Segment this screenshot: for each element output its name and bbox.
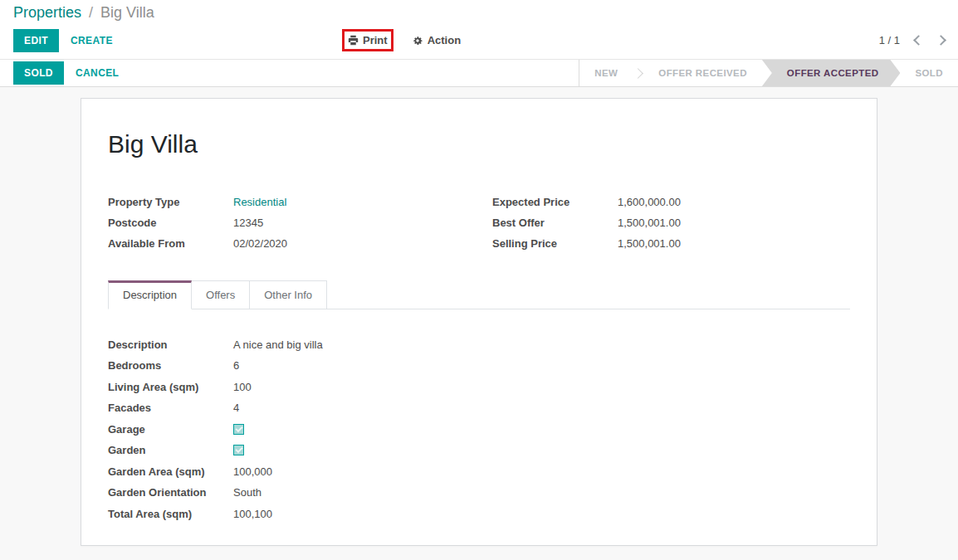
buttons-row: EDIT CREATE Print Action <box>0 22 958 59</box>
field-value: 02/02/2020 <box>233 237 287 250</box>
checkbox-checked[interactable] <box>233 445 244 455</box>
field-value: 100,100 <box>233 508 272 520</box>
field-value: 100 <box>233 381 252 393</box>
field-row: Facades4 <box>108 398 850 419</box>
field-column-left: Property TypeResidentialPostcode12345Ava… <box>108 192 479 254</box>
edit-button[interactable]: EDIT <box>13 29 59 52</box>
field-label: Description <box>108 338 233 351</box>
field-group-top: Property TypeResidentialPostcode12345Ava… <box>108 192 850 254</box>
field-row: Best Offer1,500,001.00 <box>492 212 850 232</box>
gear-icon <box>412 35 423 46</box>
field-row: Available From02/02/2020 <box>108 233 479 253</box>
breadcrumb-separator: / <box>86 4 96 21</box>
field-row: Garden Area (sqm)100,000 <box>108 461 850 482</box>
field-row: DescriptionA nice and big villa <box>108 334 850 355</box>
breadcrumb: Properties / Big Villa <box>0 0 958 22</box>
field-row: Expected Price1,600,000.00 <box>492 192 850 212</box>
breadcrumb-parent-link[interactable]: Properties <box>13 4 81 21</box>
sold-button[interactable]: SOLD <box>13 61 64 85</box>
pager-next-icon[interactable] <box>936 35 946 46</box>
field-label: Facades <box>108 402 233 414</box>
form-sheet: Big Villa Property TypeResidentialPostco… <box>81 98 877 546</box>
print-label: Print <box>363 34 388 46</box>
tab-description-pane: DescriptionA nice and big villaBedrooms6… <box>108 309 850 524</box>
field-row: Postcode12345 <box>108 212 479 232</box>
notebook-tabs: DescriptionOffersOther Info <box>108 280 850 309</box>
field-row: Living Area (sqm)100 <box>108 377 850 397</box>
action-label: Action <box>428 34 461 46</box>
field-label: Garden Orientation <box>108 486 233 499</box>
field-row: Selling Price1,500,001.00 <box>492 233 850 253</box>
field-label: Postcode <box>108 217 233 229</box>
field-row: Property TypeResidential <box>108 192 479 212</box>
field-value: 100,000 <box>233 465 272 478</box>
field-row: Garage <box>108 419 850 440</box>
pager-previous-icon[interactable] <box>913 35 924 46</box>
statusbar-stage-sold[interactable]: SOLD <box>900 60 958 86</box>
breadcrumb-current: Big Villa <box>100 4 154 21</box>
field-value: 12345 <box>233 217 263 229</box>
field-label: Total Area (sqm) <box>108 508 233 520</box>
print-button-wrapper: Print <box>342 29 393 51</box>
field-column-right: Expected Price1,600,000.00Best Offer1,50… <box>479 192 850 254</box>
field-label: Bedrooms <box>108 359 233 372</box>
field-value: A nice and big villa <box>233 338 323 351</box>
field-label: Property Type <box>108 196 233 208</box>
field-label: Garage <box>108 423 233 436</box>
field-value: 4 <box>233 402 239 414</box>
tab-other-info[interactable]: Other Info <box>250 280 327 309</box>
field-label: Expected Price <box>492 196 618 208</box>
control-panel: Properties / Big Villa EDIT CREATE Print <box>0 0 958 87</box>
pager: 1 / 1 <box>879 34 945 46</box>
action-button[interactable]: Action <box>412 34 461 46</box>
statusbar-stage-offer-accepted[interactable]: OFFER ACCEPTED <box>762 60 901 86</box>
action-menus: Print Action <box>342 22 461 59</box>
tab-description[interactable]: Description <box>108 280 192 309</box>
field-label: Selling Price <box>492 237 618 250</box>
field-value-link[interactable]: Residential <box>233 196 286 208</box>
field-label: Living Area (sqm) <box>108 381 233 393</box>
field-value: 1,600,000.00 <box>618 196 681 208</box>
cancel-button[interactable]: CANCEL <box>76 67 119 79</box>
field-label: Garden <box>108 444 233 456</box>
print-button[interactable]: Print <box>348 34 388 46</box>
field-row: Garden <box>108 441 850 461</box>
pager-value: 1 / 1 <box>879 34 900 46</box>
statusbar-stage-offer-received[interactable]: OFFER RECEIVED <box>643 60 762 86</box>
create-button[interactable]: CREATE <box>71 35 113 46</box>
printer-icon <box>348 35 359 46</box>
field-value: 6 <box>233 359 239 372</box>
field-label: Available From <box>108 237 233 250</box>
field-value: South <box>233 486 261 499</box>
field-value: 1,500,001.00 <box>618 237 681 250</box>
field-label: Garden Area (sqm) <box>108 465 233 478</box>
statusbar: NEWOFFER RECEIVEDOFFER ACCEPTEDSOLD <box>579 60 958 86</box>
tab-offers[interactable]: Offers <box>192 280 250 309</box>
stage-separator-icon <box>633 68 643 79</box>
record-title: Big Villa <box>108 130 850 158</box>
status-row: SOLD CANCEL NEWOFFER RECEIVEDOFFER ACCEP… <box>0 59 958 87</box>
checkbox-checked[interactable] <box>233 424 244 435</box>
field-value: 1,500,001.00 <box>618 217 681 229</box>
page: Properties / Big Villa EDIT CREATE Print <box>0 0 958 560</box>
field-label: Best Offer <box>492 217 618 229</box>
field-row: Total Area (sqm)100,100 <box>108 504 850 524</box>
form-view-background: Big Villa Property TypeResidentialPostco… <box>0 87 958 560</box>
field-row: Bedrooms6 <box>108 356 850 377</box>
statusbar-stage-new[interactable]: NEW <box>579 60 633 86</box>
field-row: Garden OrientationSouth <box>108 483 850 504</box>
